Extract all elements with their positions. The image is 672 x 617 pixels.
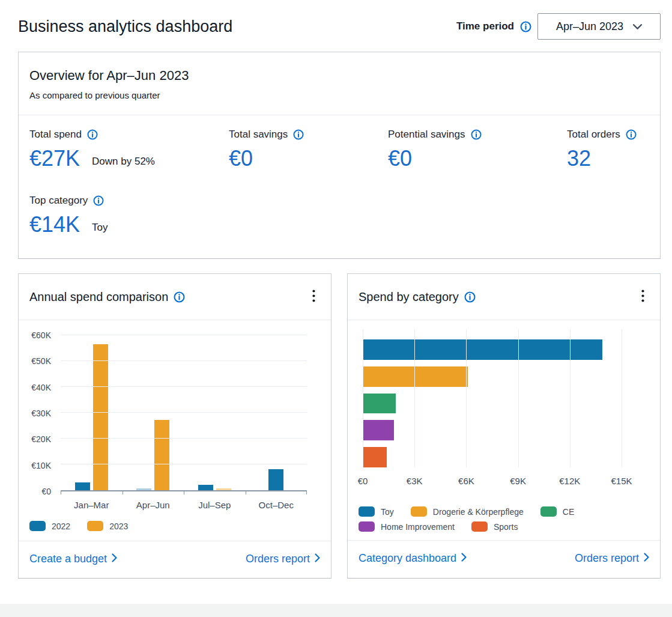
- metric-label: Total spend: [29, 129, 82, 141]
- gridline: [466, 329, 467, 467]
- legend-label: Sports: [494, 522, 518, 532]
- time-period-info-icon[interactable]: [520, 21, 531, 32]
- kebab-icon: [312, 295, 315, 304]
- gridline: [622, 329, 622, 467]
- metric-value: €27K: [29, 148, 80, 169]
- metric-label: Potential savings: [388, 129, 465, 141]
- x-tick-label: €15K: [611, 476, 632, 486]
- gridline: [61, 438, 307, 439]
- legend-swatch: [411, 506, 427, 517]
- legend-swatch: [471, 521, 488, 532]
- y-tick-label: €50K: [31, 356, 51, 366]
- legend-label: Toy: [381, 507, 394, 517]
- bar-group: [184, 335, 246, 490]
- orders-report-link[interactable]: Orders report: [246, 553, 320, 565]
- time-period-label: Time period: [456, 20, 514, 32]
- category-chart-title: Spend by category: [359, 290, 459, 304]
- y-tick-label: €20K: [31, 434, 51, 444]
- annual-chart-info-icon[interactable]: [174, 291, 185, 303]
- orders-report-link[interactable]: Orders report: [575, 552, 649, 565]
- legend-swatch: [87, 521, 103, 531]
- chevron-right-icon: [112, 553, 117, 565]
- legend-item: CE: [540, 506, 574, 517]
- chevron-down-icon: [633, 20, 642, 33]
- x-tick-label: €0: [358, 476, 368, 486]
- spend-by-category-card: Spend by category €0€3K€6K€9K€12K€15K: [347, 273, 661, 579]
- page-bottom-strip: [0, 604, 672, 617]
- metric-value: €14K: [29, 214, 80, 236]
- x-tick-label: Apr–Jun: [123, 500, 184, 510]
- axis-tick: [246, 490, 246, 494]
- y-tick-label: €0: [41, 487, 51, 496]
- legend-item: 2023: [87, 521, 128, 531]
- metric-value: €0: [388, 148, 412, 169]
- annual-chart-legend: 20222023: [19, 518, 331, 541]
- time-period-select[interactable]: Apr–Jun 2023: [537, 13, 661, 40]
- gridline: [570, 329, 571, 467]
- total-orders-info-icon[interactable]: [626, 129, 637, 140]
- axis-tick: [61, 490, 61, 494]
- overview-card: Overview for Apr–Jun 2023 As compared to…: [18, 52, 661, 259]
- legend-item: Home Improvement: [359, 521, 455, 532]
- bar-2022: [268, 469, 283, 491]
- chevron-right-icon: [461, 552, 467, 565]
- chevron-right-icon: [315, 553, 320, 565]
- x-tick-label: Jul–Sep: [184, 500, 246, 510]
- link-label: Category dashboard: [359, 552, 456, 565]
- overview-title: Overview for Apr–Jun 2023: [29, 68, 649, 84]
- time-period-selected-value: Apr–Jun 2023: [556, 20, 623, 33]
- metric-value: 32: [567, 148, 591, 169]
- category-dashboard-link[interactable]: Category dashboard: [359, 552, 467, 565]
- metric-note: Toy: [92, 222, 107, 236]
- gridline: [61, 412, 307, 413]
- gridline: [414, 329, 415, 467]
- annual-chart-menu-button[interactable]: [307, 288, 320, 305]
- x-tick-label: Jan–Mar: [61, 500, 123, 510]
- category-chart-menu-button[interactable]: [637, 288, 649, 305]
- metric-label: Total orders: [567, 129, 620, 141]
- axis-tick: [184, 490, 184, 494]
- kebab-icon: [641, 295, 644, 304]
- spend-by-category-chart: €0€3K€6K€9K€12K€15K: [348, 320, 660, 500]
- total-savings-info-icon[interactable]: [293, 129, 304, 140]
- y-tick-label: €10K: [31, 461, 51, 470]
- bar-group: [61, 335, 123, 490]
- gridline: [61, 386, 307, 387]
- legend-label: 2023: [109, 521, 128, 531]
- category-chart-legend: ToyDrogerie & KörperpflegeCEHome Improve…: [348, 500, 660, 540]
- legend-item: Toy: [359, 506, 394, 517]
- legend-swatch: [359, 521, 375, 532]
- category-chart-plot: €0€3K€6K€9K€12K€15K: [363, 329, 622, 467]
- link-label: Orders report: [575, 552, 639, 565]
- metric-total-spend: Total spend €27K Down by 52%: [29, 129, 229, 169]
- annual-chart-title: Annual spend comparison: [29, 290, 168, 304]
- gridline: [61, 464, 307, 464]
- top-category-info-icon[interactable]: [93, 195, 104, 206]
- metric-total-orders: Total orders 32: [567, 129, 649, 169]
- legend-item: Sports: [471, 521, 518, 532]
- legend-item: Drogerie & Körperpflege: [411, 506, 524, 517]
- bar-sports: [363, 447, 387, 467]
- bar-2022: [75, 482, 90, 490]
- metrics-row: Total spend €27K Down by 52% Total savin…: [19, 115, 660, 169]
- legend-label: Home Improvement: [381, 522, 455, 532]
- axis-tick: [123, 490, 123, 494]
- create-budget-link[interactable]: Create a budget: [29, 553, 117, 565]
- bar-group: [246, 335, 307, 490]
- page-title: Business analytics dashboard: [18, 17, 232, 36]
- x-tick-label: €12K: [559, 476, 580, 486]
- link-label: Create a budget: [29, 553, 107, 565]
- category-chart-info-icon[interactable]: [464, 291, 476, 303]
- metric-label: Top category: [29, 195, 88, 207]
- page-header: Business analytics dashboard Time period…: [18, 0, 661, 52]
- total-spend-info-icon[interactable]: [87, 129, 98, 140]
- metric-value: €0: [229, 148, 253, 169]
- bar-2023: [93, 344, 108, 490]
- potential-savings-info-icon[interactable]: [471, 129, 482, 140]
- bar-home-improvement: [363, 420, 394, 440]
- annual-spend-card: Annual spend comparison €0€10K€20K€30K€4…: [18, 273, 331, 579]
- legend-label: CE: [563, 507, 574, 517]
- metric-note: Down by 52%: [92, 156, 155, 169]
- annual-chart-plot: [61, 335, 307, 491]
- gridline: [363, 329, 363, 467]
